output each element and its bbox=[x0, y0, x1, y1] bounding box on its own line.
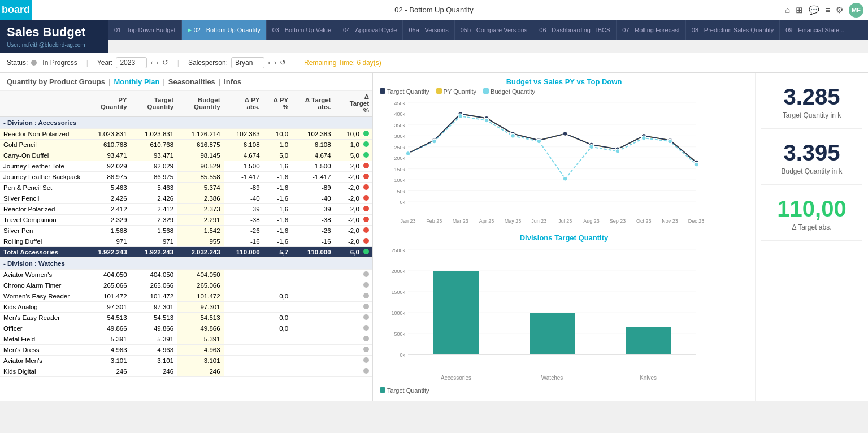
y-axis-label: 0k bbox=[400, 352, 405, 358]
bar-chart-container: Divisions Target Quantity 0k 500k 1000k … bbox=[380, 233, 748, 396]
row-budget: 49.866 bbox=[177, 323, 223, 334]
bar-legend-target: Target Quantity bbox=[380, 387, 429, 394]
logo-text: board bbox=[2, 4, 30, 16]
table-row: Gold Pencil 610.768 610.768 616.875 6.10… bbox=[0, 140, 372, 150]
table-row: Aviator Women's 404.050 404.050 404.050 bbox=[0, 270, 372, 280]
chart-dot bbox=[458, 114, 463, 119]
row-dpy-pct bbox=[263, 345, 292, 356]
legend-target: Target Quantity bbox=[380, 88, 429, 95]
status-value: In Progress bbox=[42, 59, 77, 67]
row-indicator bbox=[363, 282, 369, 288]
x-axis-label: Nov 23 bbox=[662, 218, 678, 224]
row-name: Aviator Men's bbox=[0, 356, 84, 366]
tab-08-label: 08 - Prediction Sales Quantity bbox=[692, 27, 774, 33]
row-dpy-abs bbox=[224, 334, 263, 345]
tab-02[interactable]: ▶ 02 - Bottom Up Quantity bbox=[182, 20, 267, 40]
x-axis-label: Sep 23 bbox=[610, 218, 626, 224]
row-dt-pct bbox=[335, 323, 372, 334]
row-dpy-pct: -1,6 bbox=[263, 161, 292, 172]
salesperson-select[interactable]: Bryan bbox=[231, 57, 264, 68]
avatar: MF bbox=[849, 3, 863, 18]
row-dt-pct bbox=[335, 291, 372, 302]
bar-chart-legend: Target Quantity bbox=[380, 387, 748, 394]
table-row: Kids Analog 97.301 97.301 97.301 bbox=[0, 302, 372, 313]
row-dpy-abs: 6.108 bbox=[224, 140, 263, 150]
table-row: Silver Pencil 2.426 2.426 2.386 -40 -1,6… bbox=[0, 193, 372, 204]
nav-refresh-sp[interactable]: ↺ bbox=[280, 58, 286, 67]
grid-icon[interactable]: ⊞ bbox=[796, 5, 803, 15]
table-row: Silver Pen 1.568 1.568 1.542 -26 -1,6 -2… bbox=[0, 226, 372, 236]
y-axis-label: 50k bbox=[397, 189, 405, 194]
nav-prev-sp[interactable]: ‹ bbox=[268, 58, 270, 67]
row-target: 3.101 bbox=[131, 356, 177, 366]
year-section: Year: 2023 ‹ › ↺ bbox=[97, 57, 168, 68]
row-dt-pct: 5,0 bbox=[335, 150, 372, 161]
row-dpy-abs bbox=[224, 291, 263, 302]
y-axis-label: 0k bbox=[400, 200, 405, 205]
sidebar-title: Sales Budget bbox=[7, 25, 85, 40]
x-axis-label: May 23 bbox=[505, 218, 522, 224]
row-budget: 4.963 bbox=[177, 345, 223, 356]
breadcrumb-infos[interactable]: Infos bbox=[224, 77, 241, 86]
row-budget: 98.145 bbox=[177, 150, 223, 161]
table-row: Reactor Non-Polarized 1.023.831 1.023.83… bbox=[0, 129, 372, 140]
row-budget: 90.529 bbox=[177, 161, 223, 172]
legend-budget: Budget Quantity bbox=[483, 88, 535, 95]
breadcrumb-monthly[interactable]: Monthly Plan bbox=[114, 77, 159, 86]
row-py: 5.391 bbox=[84, 334, 130, 345]
table-row: Carry-On Duffel 93.471 93.471 98.145 4.6… bbox=[0, 150, 372, 161]
line-chart-container: Budget vs Sales PY vs Top Down Target Qu… bbox=[380, 77, 748, 229]
row-budget: 3.101 bbox=[177, 356, 223, 366]
tab-03[interactable]: 03 - Bottom Up Value bbox=[267, 20, 337, 40]
tab-05a[interactable]: 05a - Versions bbox=[403, 20, 454, 40]
row-dt-pct bbox=[335, 302, 372, 313]
total-row: Total Accessories 1.922.243 1.922.243 2.… bbox=[0, 247, 372, 258]
row-name: Carry-On Duffel bbox=[0, 150, 84, 161]
tab-05b[interactable]: 05b - Compare Versions bbox=[455, 20, 534, 40]
line-chart-title: Budget vs Sales PY vs Top Down bbox=[380, 77, 748, 86]
home-icon[interactable]: ⌂ bbox=[785, 5, 790, 15]
sep2: | bbox=[177, 59, 179, 67]
y-axis-label: 450k bbox=[394, 101, 405, 106]
row-name: Silver Pen bbox=[0, 226, 84, 236]
tab-01[interactable]: 01 - Top Down Budget bbox=[108, 20, 182, 40]
tab-07[interactable]: 07 - Rolling Forecast bbox=[617, 20, 686, 40]
settings-icon[interactable]: ⚙ bbox=[836, 5, 843, 15]
row-dt-pct bbox=[335, 270, 372, 280]
nav-refresh-year[interactable]: ↺ bbox=[162, 58, 168, 67]
tab-05b-label: 05b - Compare Versions bbox=[461, 27, 528, 33]
breadcrumb-season[interactable]: Seasonalities bbox=[168, 77, 215, 86]
nav-prev-year[interactable]: ‹ bbox=[150, 58, 153, 67]
table-area: Quantity by Product Groups | Monthly Pla… bbox=[0, 73, 373, 401]
chart-line bbox=[408, 114, 696, 163]
row-target: 101.472 bbox=[131, 291, 177, 302]
table-row: Rolling Duffel 971 971 955 -16 -1,6 -16 … bbox=[0, 236, 372, 247]
year-select[interactable]: 2023 bbox=[116, 57, 147, 68]
row-py: 1.568 bbox=[84, 226, 130, 236]
row-indicator bbox=[363, 325, 369, 331]
row-budget: 1.542 bbox=[177, 226, 223, 236]
row-dpy-pct bbox=[263, 280, 292, 291]
row-dt-pct: -2,0 bbox=[335, 236, 372, 247]
row-py: 2.412 bbox=[84, 204, 130, 215]
nav-next-sp[interactable]: › bbox=[274, 58, 276, 67]
row-dt-pct bbox=[335, 356, 372, 366]
chat-icon[interactable]: 💬 bbox=[809, 5, 819, 15]
row-indicator bbox=[363, 357, 369, 363]
row-dpy-abs bbox=[224, 270, 263, 280]
menu-icon[interactable]: ≡ bbox=[825, 5, 830, 15]
row-py: 86.975 bbox=[84, 172, 130, 183]
breadcrumb-qty[interactable]: Quantity by Product Groups bbox=[7, 77, 105, 86]
chart-area: Budget vs Sales PY vs Top Down Target Qu… bbox=[373, 73, 755, 401]
status-section: Status: In Progress bbox=[7, 59, 77, 67]
tab-06[interactable]: 06 - Dashboarding - IBCS bbox=[533, 20, 617, 40]
tab-04[interactable]: 04 - Approval Cycle bbox=[337, 20, 403, 40]
nav-next-year[interactable]: › bbox=[156, 58, 158, 67]
row-name: Pen & Pencil Set bbox=[0, 183, 84, 193]
legend-py: PY Quantity bbox=[436, 88, 477, 95]
row-budget: 246 bbox=[177, 366, 223, 377]
tab-08[interactable]: 08 - Prediction Sales Quantity bbox=[686, 20, 780, 40]
tab-09[interactable]: 09 - Financial State... bbox=[780, 20, 850, 40]
row-dt-abs: 102.383 bbox=[292, 129, 334, 140]
row-dt-pct: -2,0 bbox=[335, 193, 372, 204]
